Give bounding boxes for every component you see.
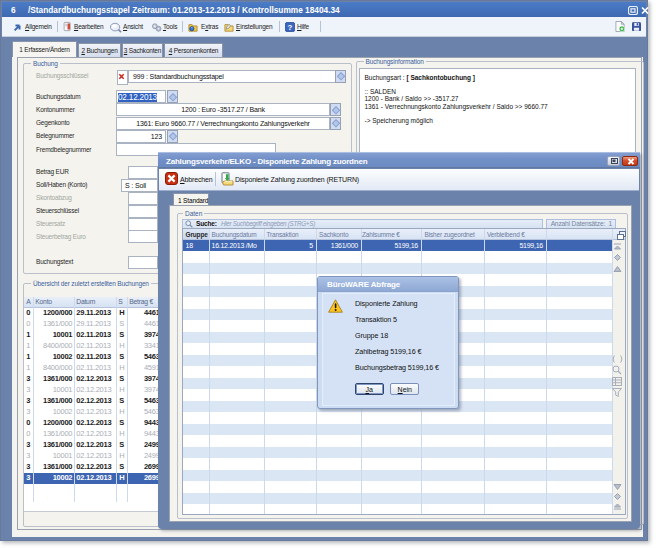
svg-text:?: ? (288, 23, 293, 32)
